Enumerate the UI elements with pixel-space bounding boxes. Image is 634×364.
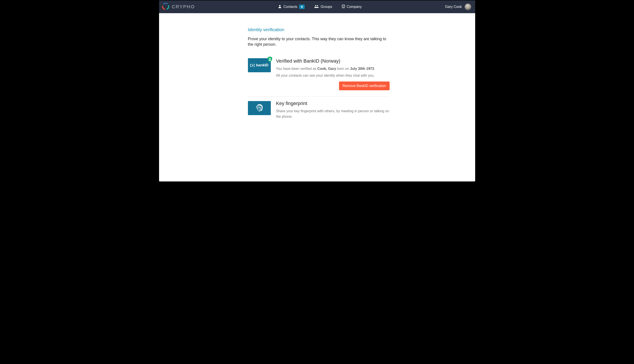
nav-company[interactable]: Company [342, 4, 362, 9]
fingerprint-heading: Key fingerprint [276, 100, 390, 106]
bankid-actions: Remove BankID verification [276, 82, 390, 90]
bankid-line1c: . [374, 67, 375, 70]
bankid-line1b: born on [336, 67, 350, 70]
avatar [465, 4, 471, 10]
fingerprint-body: Key fingerprint Share your key fingerpri… [276, 100, 390, 121]
svg-rect-8 [344, 5, 344, 6]
svg-rect-7 [342, 5, 343, 6]
svg-point-12 [269, 58, 271, 59]
brand[interactable]: CRYPHO [162, 2, 195, 11]
bankid-text: You have been verified as Cook, Gary bor… [276, 66, 390, 78]
content: Identity verification Prove your identit… [159, 13, 475, 182]
bankid-verified-date: July 30th 1973 [350, 67, 374, 70]
remove-bankid-button[interactable]: Remove BankID verification [339, 82, 389, 90]
bankid-verified-name: Cook, Gary [317, 67, 336, 70]
verified-shield-icon [267, 56, 273, 63]
app-frame: CRYPHO Contacts 6 Groups Company [159, 0, 476, 182]
user-menu[interactable]: Gary Cook [445, 4, 471, 10]
fingerprint-text: Share your key fingerprint with others, … [276, 108, 390, 120]
svg-rect-9 [342, 6, 343, 6]
nav-contacts[interactable]: Contacts 6 [278, 4, 305, 9]
main-nav: Contacts 6 Groups Company [195, 4, 445, 9]
svg-rect-11 [343, 7, 344, 8]
user-name: Gary Cook [445, 5, 462, 9]
svg-point-3 [279, 5, 281, 6]
svg-point-4 [315, 5, 316, 6]
fingerprint-section: Key fingerprint Share your key fingerpri… [248, 96, 390, 127]
groups-icon [314, 5, 319, 9]
bankid-heading: Verified with BankID (Norway) [276, 58, 390, 64]
nav-groups-label: Groups [321, 5, 332, 9]
contacts-badge: 6 [299, 4, 305, 9]
fingerprint-tile [248, 101, 271, 115]
fingerprint-desc: Share your key fingerprint with others, … [276, 108, 390, 120]
bankid-logo-text: bankID [256, 63, 269, 68]
brand-logo-icon [162, 2, 170, 11]
fingerprint-icon [255, 103, 264, 113]
nav-groups[interactable]: Groups [314, 5, 332, 9]
container: Identity verification Prove your identit… [248, 27, 390, 127]
topbar: CRYPHO Contacts 6 Groups Company [159, 0, 475, 13]
bankid-logo-icon: bankID [250, 63, 269, 68]
bankid-line1a: You have been verified as [276, 67, 317, 70]
bankid-line2: All your contacts can see your identity … [276, 73, 390, 78]
company-icon [342, 4, 345, 9]
page-title: Identity verification [248, 27, 390, 32]
nav-contacts-label: Contacts [283, 5, 297, 9]
page-description: Prove your identity to your contacts. Th… [248, 36, 390, 47]
svg-rect-10 [344, 6, 344, 6]
contact-icon [278, 4, 282, 9]
bankid-body: Verified with BankID (Norway) You have b… [276, 58, 390, 90]
brand-name: CRYPHO [172, 4, 195, 10]
bankid-tile: bankID [248, 58, 271, 72]
bankid-section: bankID Verified with BankID (Norway) You… [248, 58, 390, 96]
svg-point-5 [317, 5, 318, 6]
nav-company-label: Company [347, 5, 362, 9]
